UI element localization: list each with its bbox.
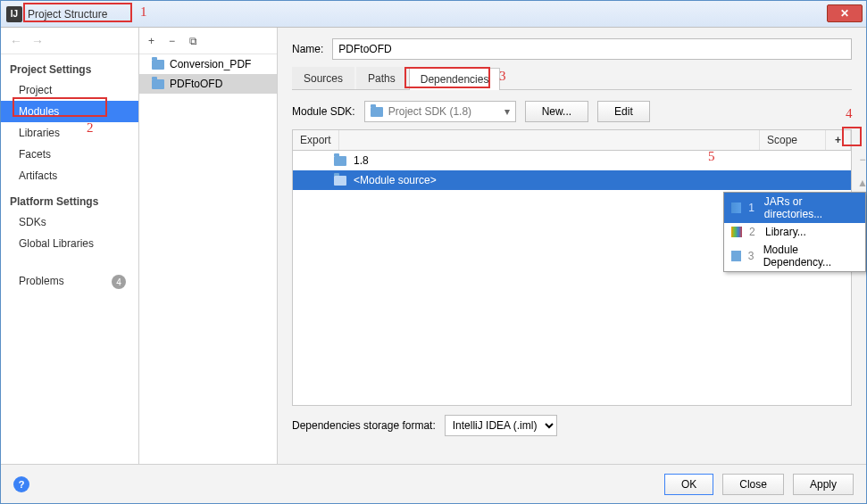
dependency-label: 1.8	[354, 154, 369, 167]
popup-item-module-dependency[interactable]: 3 Module Dependency...	[724, 241, 865, 271]
popup-item-library[interactable]: 2 Library...	[724, 223, 865, 241]
popup-item-label: Library...	[765, 226, 806, 238]
col-spacer	[339, 130, 760, 150]
apply-button[interactable]: Apply	[793, 474, 854, 495]
add-dependency-button[interactable]: +	[826, 130, 851, 150]
nav-item-libraries[interactable]: Libraries	[1, 122, 138, 144]
module-name-input[interactable]	[332, 38, 852, 60]
storage-format-label: Dependencies storage format:	[292, 419, 436, 432]
module-toolbar: + − ⧉	[139, 28, 277, 54]
nav-item-sdks[interactable]: SDKs	[1, 211, 138, 233]
folder-icon	[334, 156, 346, 166]
close-window-button[interactable]	[827, 4, 863, 22]
sdk-new-button[interactable]: New...	[525, 101, 588, 122]
library-icon	[731, 227, 742, 237]
nav-item-artifacts[interactable]: Artifacts	[1, 165, 138, 186]
move-up-icon[interactable]: ▲	[857, 177, 867, 189]
storage-format-select[interactable]: IntelliJ IDEA (.iml)	[445, 415, 557, 436]
name-label: Name:	[292, 43, 323, 55]
dependency-label: <Module source>	[354, 174, 437, 186]
folder-icon	[371, 107, 383, 117]
module-sdk-label: Module SDK:	[292, 105, 355, 118]
close-button[interactable]: Close	[722, 474, 784, 495]
remove-module-icon[interactable]: −	[169, 35, 175, 47]
add-module-icon[interactable]: +	[148, 35, 154, 47]
popup-item-jars[interactable]: 1 JARs or directories...	[724, 193, 865, 223]
module-column: + − ⧉ Conversion_PDF PDFtoOFD	[139, 28, 278, 503]
folder-icon	[152, 60, 164, 70]
nav-group-platform-settings: Platform Settings	[1, 186, 138, 211]
ok-button[interactable]: OK	[664, 474, 713, 495]
dialog-footer: ? OK Close Apply	[1, 464, 866, 503]
table-body: 1.8 <Module source>	[293, 151, 851, 405]
main-panel: Name: Sources Paths Dependencies Module …	[278, 28, 866, 503]
add-dependency-popup: 1 JARs or directories... 2 Library... 3 …	[723, 192, 866, 272]
popup-item-label: Module Dependency...	[763, 244, 858, 269]
popup-index: 2	[749, 226, 758, 238]
nav-group-project-settings: Project Settings	[1, 54, 138, 79]
nav-item-problems-label: Problems	[19, 275, 64, 287]
popup-item-label: JARs or directories...	[764, 195, 858, 220]
col-scope: Scope	[760, 130, 826, 150]
folder-icon	[334, 176, 346, 186]
tab-paths[interactable]: Paths	[356, 67, 407, 89]
module-list: Conversion_PDF PDFtoOFD	[139, 54, 277, 503]
module-item-label: Conversion_PDF	[170, 58, 251, 70]
module-item-label: PDFtoOFD	[170, 78, 222, 90]
col-export: Export	[293, 130, 339, 150]
tab-sources[interactable]: Sources	[292, 67, 354, 89]
module-item-conversion-pdf[interactable]: Conversion_PDF	[139, 54, 277, 74]
module-tabs: Sources Paths Dependencies	[292, 67, 852, 90]
sdk-edit-button[interactable]: Edit	[597, 101, 650, 122]
popup-index: 3	[748, 250, 756, 262]
window-title: Project Structure	[28, 8, 107, 21]
nav-item-problems[interactable]: Problems 4	[1, 270, 138, 292]
copy-module-icon[interactable]: ⧉	[189, 35, 197, 47]
help-button[interactable]: ?	[13, 476, 29, 492]
nav-item-global-libraries[interactable]: Global Libraries	[1, 233, 138, 254]
titlebar: IJ Project Structure	[1, 1, 866, 28]
nav-item-modules[interactable]: Modules	[1, 101, 138, 122]
remove-dependency-icon[interactable]: −	[859, 153, 865, 166]
folder-icon	[152, 79, 164, 89]
module-icon	[731, 251, 741, 261]
dependency-row-module-source[interactable]: <Module source>	[293, 170, 851, 190]
nav-item-project[interactable]: Project	[1, 79, 138, 101]
module-sdk-value: Project SDK (1.8)	[388, 105, 471, 118]
tab-dependencies[interactable]: Dependencies	[409, 68, 501, 90]
nav-item-facets[interactable]: Facets	[1, 144, 138, 165]
nav-history: ← →	[1, 28, 138, 54]
jars-icon	[731, 202, 741, 213]
forward-icon[interactable]: →	[31, 34, 44, 48]
module-item-pdftoofd[interactable]: PDFtoOFD	[139, 74, 277, 94]
dependency-row-sdk[interactable]: 1.8	[293, 151, 851, 170]
module-sdk-select[interactable]: Project SDK (1.8)	[364, 101, 516, 122]
left-nav: ← → Project Settings Project Modules Lib…	[1, 28, 139, 503]
table-header: Export Scope +	[293, 130, 851, 151]
popup-index: 1	[748, 202, 756, 214]
app-icon: IJ	[6, 6, 22, 22]
back-icon[interactable]: ←	[10, 34, 22, 48]
problems-count-badge: 4	[112, 275, 126, 289]
